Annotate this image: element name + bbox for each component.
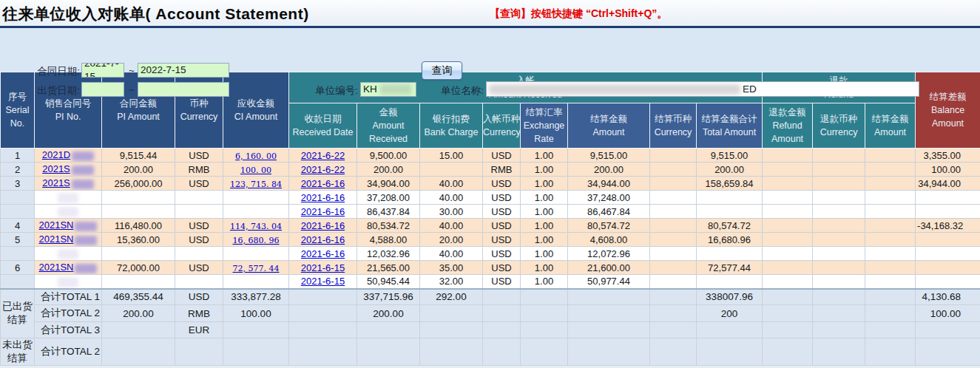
redaction-blur xyxy=(75,222,97,231)
pi-no-link[interactable]: 2021S xyxy=(42,177,70,188)
cell-ci-amount xyxy=(223,275,289,289)
ci-amount-link[interactable]: 123, 715. 84 xyxy=(230,180,282,189)
ci-amount-link[interactable]: 114, 743. 04 xyxy=(230,222,282,231)
ship-date-to-input[interactable] xyxy=(138,82,229,97)
received-date-link[interactable]: 2021-6-16 xyxy=(301,178,345,189)
cell-serial: 3 xyxy=(1,177,35,191)
col-header-amount-received: 金额 Amount Received xyxy=(357,103,420,149)
cell-settle-amount: 80,574.72 xyxy=(568,219,650,233)
cell-exchange-rate: 1.00 xyxy=(521,205,568,219)
contract-date-from-input[interactable]: 2021-7-15 xyxy=(81,63,124,78)
cell-settle-total xyxy=(697,338,763,366)
cell-ci-amount xyxy=(223,205,289,219)
cell-balance: 4,130.68 xyxy=(916,289,980,305)
contract-date-to-input[interactable]: 2022-7-15 xyxy=(138,63,229,78)
cell-balance: 34,944.00 xyxy=(916,177,980,191)
pi-no-link[interactable]: 2021SN xyxy=(39,219,74,231)
pi-no-link[interactable]: 2021SN xyxy=(39,262,74,273)
cell-balance xyxy=(916,191,980,205)
cell-received-date xyxy=(289,338,357,366)
cell-refund-amount xyxy=(763,338,813,366)
received-date-link[interactable]: 2021-6-22 xyxy=(301,150,345,161)
cell-received-date: 2021-6-22 xyxy=(289,149,357,163)
cell-exchange-rate xyxy=(521,289,568,305)
cell-settle-currency xyxy=(650,322,697,338)
cell-received-date: 2021-6-15 xyxy=(289,275,357,289)
received-date-link[interactable]: 2021-6-16 xyxy=(301,192,345,203)
col-header-refund-amount: 退款金额 Refund Amount xyxy=(763,103,813,149)
cell-amount-received: 86,437.84 xyxy=(357,205,420,219)
cell-amount-received: 50,945.44 xyxy=(357,275,420,289)
pi-no-link[interactable]: 2021S xyxy=(42,163,70,174)
cell-exchange-rate: 1.00 xyxy=(521,163,568,177)
cell-pi-amount xyxy=(102,205,175,219)
cell-settle-amount: 34,944.00 xyxy=(568,177,650,191)
cell-refund-settle-amount xyxy=(865,205,916,219)
cell-refund-currency xyxy=(813,305,865,322)
received-date-link[interactable]: 2021-6-15 xyxy=(301,262,345,273)
cell-settle-total: 72,577.44 xyxy=(697,261,763,275)
received-date-link[interactable]: 2021-6-16 xyxy=(301,206,345,217)
cell-settle-total: 9,515.00 xyxy=(697,149,763,163)
cell-currency: USD xyxy=(175,289,223,305)
cell-currency: RMB xyxy=(175,163,223,177)
cell-received-currency: USD xyxy=(483,219,521,233)
received-date-link[interactable]: 2021-6-16 xyxy=(301,248,345,259)
cell-pi-no: 2021SN xyxy=(35,233,102,247)
cell-pi-amount xyxy=(102,247,175,261)
cell-received-date: 2021-6-16 xyxy=(289,233,357,247)
cell-settle-amount: 50,977.44 xyxy=(568,275,650,289)
query-button[interactable]: 查询 xyxy=(422,61,462,80)
ci-amount-link[interactable]: 6, 160. 00 xyxy=(235,151,277,161)
total-label: 合计TOTAL 1 : xyxy=(35,289,102,305)
cell-amount-received: 21,565.00 xyxy=(357,261,420,275)
cell-refund-settle-amount xyxy=(865,233,916,247)
ci-amount-link[interactable]: 100. 00 xyxy=(240,166,271,175)
cell-received-currency xyxy=(483,338,521,366)
cell-settle-currency xyxy=(650,305,697,322)
cell-serial: 2 xyxy=(1,163,35,177)
cell-settle-amount xyxy=(568,322,650,338)
redaction-blur xyxy=(380,84,411,95)
ship-date-from-input[interactable] xyxy=(81,82,124,97)
cell-settle-currency xyxy=(650,205,697,219)
cell-settle-total xyxy=(697,191,763,205)
cell-balance: 3,355.00 xyxy=(916,149,980,163)
cell-received-date: 2021-6-15 xyxy=(289,261,357,275)
received-date-link[interactable]: 2021-6-22 xyxy=(301,164,345,175)
total-label: 合计TOTAL 2 : xyxy=(35,338,102,366)
col-header-refund-settle-amount: 结算金额 Amount xyxy=(865,103,916,149)
cell-bank-charge: 40.00 xyxy=(420,191,483,205)
filterbar: 合同日期: 2021-7-15 ~ 2022-7-15 查询 出货日期: ~ 单… xyxy=(0,28,980,72)
unit-code-input[interactable]: KH xyxy=(360,82,416,97)
unit-name-input[interactable]: ED xyxy=(486,81,919,97)
cell-received-currency: USD xyxy=(483,177,521,191)
cell-balance: -34,168.32 xyxy=(916,219,980,233)
cell-amount-received: 9,500.00 xyxy=(357,149,420,163)
cell-settle-total xyxy=(697,322,763,338)
cell-refund-amount xyxy=(763,289,813,305)
received-date-link[interactable]: 2021-6-15 xyxy=(301,276,345,287)
received-date-link[interactable]: 2021-6-16 xyxy=(301,234,345,245)
cell-currency: USD xyxy=(175,177,223,191)
col-header-settle-total: 结算金额合计 Total Amount xyxy=(697,103,763,149)
cell-pi-no xyxy=(35,191,102,205)
cell-pi-amount: 200.00 xyxy=(102,305,175,322)
pi-no-link[interactable]: 2021D xyxy=(42,149,70,160)
cell-settle-total xyxy=(697,247,763,261)
cell-settle-currency xyxy=(650,219,697,233)
cell-settle-total xyxy=(697,275,763,289)
cell-serial xyxy=(1,275,35,289)
cell-exchange-rate: 1.00 xyxy=(521,275,568,289)
ci-amount-link[interactable]: 16, 680. 96 xyxy=(233,236,280,245)
received-date-link[interactable]: 2021-6-16 xyxy=(301,220,345,231)
cell-refund-amount xyxy=(763,322,813,338)
cell-received-date xyxy=(289,305,357,322)
col-header-settle-amount: 结算金额 Amount xyxy=(568,103,650,149)
cell-pi-no: 2021S xyxy=(35,177,102,191)
ci-amount-link[interactable]: 72, 577. 44 xyxy=(233,264,280,273)
cell-pi-amount: 256,000.00 xyxy=(102,177,175,191)
cell-pi-no: 2021SN xyxy=(35,219,102,233)
cell-received-currency: USD xyxy=(483,275,521,289)
pi-no-link[interactable]: 2021SN xyxy=(39,234,74,245)
